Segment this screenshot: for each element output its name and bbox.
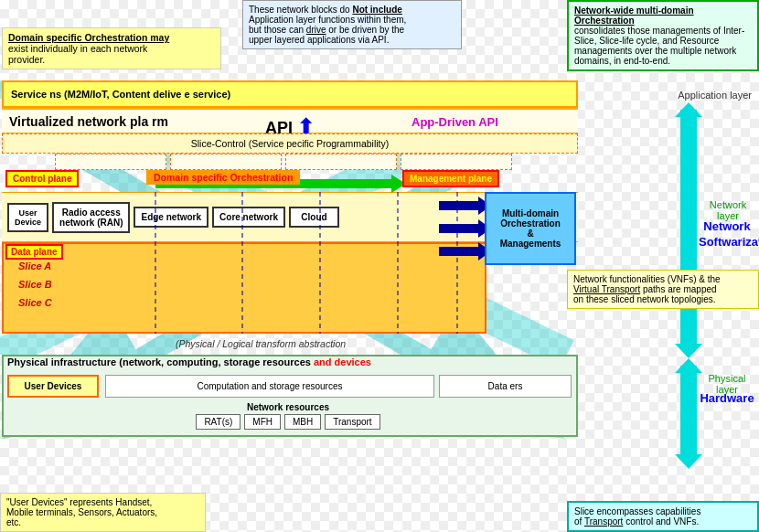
dashed-box-3 <box>285 154 397 170</box>
main-diagram: Domain specific Orchestration may exist … <box>0 0 759 532</box>
annotation-tr-line1: consolidates those managements of Inter- <box>574 26 752 36</box>
phys-infra-devices: and devices <box>314 356 371 367</box>
multidomain-line4: Managements <box>500 239 561 249</box>
cyan-arrow-bar-physical <box>680 366 697 457</box>
annotation-bl-line3: etc. <box>6 517 21 527</box>
dashed-boxes <box>55 154 512 170</box>
annotation-tc-text3: but those can <box>249 25 304 35</box>
annotation-tl-text3: provider. <box>8 54 45 65</box>
phys-transform-label: (Physical / Logical transform abstractio… <box>9 338 512 349</box>
phys-user-devices-text: User Devices <box>25 381 82 391</box>
annotation-br-line2: of <box>574 516 582 527</box>
cyan-arrow-physical-top <box>675 358 702 373</box>
phys-user-devices-box: User Devices <box>7 375 99 398</box>
app-driven-api-label: App-Driven API <box>412 115 498 129</box>
cyan-arrow-bar-network <box>680 110 697 347</box>
slice-a-label: Slice A <box>18 261 51 271</box>
network-softwarization-line1: Network <box>703 219 750 233</box>
hardware-label: Hardware <box>699 391 755 405</box>
annotation-top-center: These network blocks do Not include Appl… <box>242 0 462 49</box>
virt-platform-label: Virtualized network pla rm <box>9 114 168 129</box>
data-plane-area <box>2 242 486 334</box>
network-resources-section: Network resources RAT(s) MFH MBH Transpo… <box>91 402 485 434</box>
annotation-tc-not-include: Not include <box>352 5 401 15</box>
network-resources-items: RAT(s) MFH MBH Transport <box>196 414 380 430</box>
annotation-tr-title: Network-wide multi-domain Orchestration <box>574 5 752 26</box>
annotation-bl-line1: "User Devices" represents Handset, <box>6 497 152 507</box>
app-driven-text: App-Driven API <box>412 115 498 129</box>
annotation-br-transport: Transport <box>584 516 623 527</box>
service-row: Service ns (M2M/IoT, Content delive e se… <box>2 80 578 108</box>
network-resources-label: Network resources <box>247 402 329 412</box>
control-plane-text: Control plane <box>13 174 71 184</box>
vnf-line2: paths are mapped <box>643 284 717 294</box>
cyan-arrow-bottom <box>675 344 702 358</box>
network-softwarization-line2: Softwarization <box>699 235 759 249</box>
annotation-tc-text2: Application layer functions within them, <box>249 15 406 25</box>
api-up-arrow: ⬆ <box>297 115 314 138</box>
annotation-bottom-left: "User Devices" represents Handset, Mobil… <box>0 493 206 532</box>
annotation-br-line1: Slice encompasses capabilities <box>574 506 700 516</box>
hardware-text: Hardware <box>700 391 754 405</box>
annotation-vnf: Network functionalities (VNFs) & the Vir… <box>567 270 759 309</box>
annotation-tr-line4: domains, in end-to-end. <box>574 56 752 66</box>
annotation-tl-text1: Domain specific Orchestration may <box>8 32 169 43</box>
network-layer-text: Network layer <box>710 199 746 221</box>
multidomain-line3: & <box>527 229 533 239</box>
vnf-line3: on these sliced network topologies. <box>573 294 716 304</box>
dashed-box-2 <box>170 154 282 170</box>
domain-orch-text: Domain specific Orchestration <box>154 172 293 183</box>
phys-infra-text: Physical infrastructure (network, comput… <box>7 356 311 367</box>
edge-network-block: Edge network <box>134 207 208 228</box>
annotation-tc-text1: These network blocks do <box>249 5 350 15</box>
service-label: Service ns (M2M/IoT, Content delive e se… <box>11 89 230 100</box>
ran-block: Radio accessnetwork (RAN) <box>52 202 130 233</box>
annotation-br-line3: control and VNFs. <box>625 516 699 527</box>
annotation-bottom-right: Slice encompasses capabilities of Transp… <box>567 501 759 532</box>
blue-arrow-h1 <box>439 201 480 210</box>
api-label: API ⬆ <box>265 115 314 139</box>
annotation-tl-text2: exist individually in each network <box>8 43 147 54</box>
annotation-tc-drive: drive <box>306 25 326 35</box>
network-res-transport: Transport <box>325 414 380 430</box>
cyan-arrow-physical-bottom <box>675 454 702 469</box>
annotation-bl-line2: Mobile terminals, Sensors, Actuators, <box>6 507 157 517</box>
physical-infrastructure-label: Physical infrastructure (network, comput… <box>7 356 371 367</box>
network-res-mbh: MBH <box>284 414 321 430</box>
dashed-box-4 <box>401 154 512 170</box>
blue-arrow-h3 <box>439 247 480 256</box>
annotation-top-right: Network-wide multi-domain Orchestration … <box>567 0 759 71</box>
multidomain-line1: Multi-domain <box>502 208 559 218</box>
slice-c-label: Slice C <box>18 297 52 308</box>
cyan-arrow-top <box>675 102 702 117</box>
annotation-top-left: Domain specific Orchestration may exist … <box>2 27 221 69</box>
api-text: API <box>265 119 293 137</box>
annotation-tr-line3: managements over the multiple network <box>574 46 752 56</box>
network-softwarization-label: Network Softwarization <box>699 219 755 250</box>
computation-storage-box: Computation and storage resources <box>105 375 434 398</box>
data-servers-text: Data ers <box>488 381 523 391</box>
application-layer-label: Application layer <box>565 90 755 101</box>
mgmt-plane-text: Management plane <box>410 174 492 184</box>
network-res-mfh: MFH <box>244 414 281 430</box>
network-res-rats: RAT(s) <box>196 414 241 430</box>
slice-control-label: Slice-Control (Service pecific Programma… <box>191 138 389 149</box>
vnf-virtual-transport: Virtual Transport <box>573 284 640 294</box>
data-plane-text: Data plane <box>11 247 58 257</box>
blue-arrow-h2 <box>439 224 480 233</box>
network-layer-label: Network layer <box>700 199 755 221</box>
vnf-line1: Network functionalities (VNFs) & the <box>573 274 721 284</box>
annotation-tc-text5: upper layered applications via API. <box>249 35 389 45</box>
annotation-tr-line2: Slice, Slice-life cycle, and Resource <box>574 36 752 46</box>
user-device-block: UserDevice <box>7 203 48 232</box>
core-network-block: Core network <box>212 207 285 228</box>
slice-b-label: Slice B <box>18 279 52 290</box>
multidomain-line2: Orchestration <box>500 218 561 229</box>
cloud-block: Cloud <box>289 207 339 228</box>
management-plane-label: Management plane <box>402 170 499 187</box>
computation-storage-text: Computation and storage resources <box>198 381 343 391</box>
dashed-box-1 <box>55 154 166 170</box>
domain-orchestration-label: Domain specific Orchestration <box>146 170 300 185</box>
annotation-tc-text4: or be driven by the <box>328 25 404 35</box>
application-layer-text: Application layer <box>678 90 752 101</box>
